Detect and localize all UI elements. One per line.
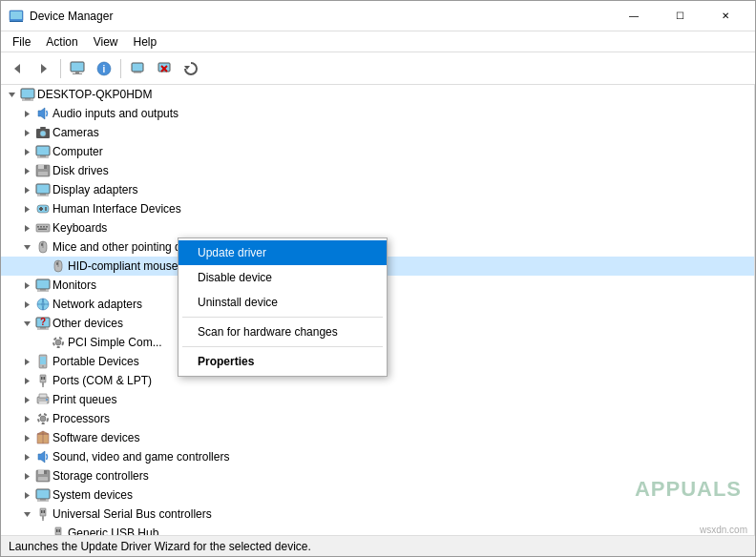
svg-rect-60: [36, 279, 50, 289]
tree-item-icon: [35, 278, 51, 293]
tree-toggle[interactable]: [20, 278, 33, 292]
menu-help[interactable]: Help: [126, 33, 165, 51]
svg-rect-104: [40, 499, 46, 501]
forward-button[interactable]: [32, 56, 56, 81]
menu-view[interactable]: View: [86, 33, 126, 51]
tree-item-icon: [35, 373, 51, 388]
svg-rect-12: [158, 63, 170, 72]
tree-toggle[interactable]: [20, 317, 33, 330]
menu-file[interactable]: File: [5, 33, 38, 51]
tree-toggle[interactable]: [20, 202, 33, 216]
tree-item-label: HID-compliant mouse: [68, 257, 178, 276]
tree-item[interactable]: Human Interface Devices: [1, 199, 754, 218]
context-menu-separator: [182, 317, 383, 318]
tree-item-label: Universal Serial Bus controllers: [52, 505, 212, 524]
tree-toggle[interactable]: [20, 374, 33, 387]
context-menu-item[interactable]: Disable device: [178, 265, 387, 290]
tree-item-icon: [35, 144, 51, 159]
tree-item[interactable]: DESKTOP-QKP0HDM: [1, 85, 754, 104]
tree-toggle[interactable]: [20, 221, 33, 235]
svg-marker-83: [25, 397, 30, 403]
tree-item[interactable]: Computer: [1, 142, 754, 161]
svg-marker-39: [25, 206, 30, 213]
svg-rect-80: [44, 377, 46, 380]
svg-rect-48: [40, 226, 42, 228]
tree-item[interactable]: Universal Serial Bus controllers: [1, 505, 754, 524]
svg-rect-5: [71, 62, 84, 72]
tree-toggle[interactable]: [20, 145, 33, 158]
svg-rect-49: [43, 226, 45, 228]
tree-toggle[interactable]: [20, 107, 33, 120]
menu-bar: File Action View Help: [1, 31, 755, 52]
tree-item-label: Network adapters: [52, 295, 142, 314]
svg-rect-46: [36, 224, 50, 232]
tree-toggle[interactable]: [20, 183, 33, 196]
context-menu-item[interactable]: Uninstall device: [178, 290, 387, 315]
info-button[interactable]: i: [92, 56, 116, 81]
tree-item[interactable]: Sound, video and game controllers: [1, 447, 754, 466]
tree-item[interactable]: Keyboards: [1, 218, 754, 237]
uninstall-button[interactable]: [152, 56, 177, 81]
context-menu-item[interactable]: Update driver: [178, 240, 387, 265]
svg-marker-21: [38, 108, 45, 119]
tree-item-icon: [35, 506, 51, 522]
svg-rect-61: [40, 289, 46, 291]
tree-item[interactable]: Disk drives: [1, 161, 754, 180]
svg-rect-85: [39, 394, 47, 398]
tree-toggle[interactable]: [20, 469, 33, 483]
svg-rect-68: [40, 327, 46, 329]
close-button[interactable]: ✕: [704, 1, 747, 31]
minimize-button[interactable]: —: [612, 1, 656, 31]
computer-icon-btn[interactable]: [65, 56, 90, 81]
tree-toggle[interactable]: [20, 298, 33, 311]
svg-rect-37: [40, 194, 46, 196]
refresh-button[interactable]: [178, 56, 203, 81]
scan-button[interactable]: [125, 56, 150, 81]
tree-toggle[interactable]: [20, 450, 33, 464]
tree-toggle[interactable]: [20, 431, 33, 444]
svg-rect-62: [37, 291, 49, 292]
tree-toggle[interactable]: [20, 126, 33, 139]
tree-toggle[interactable]: [20, 507, 33, 521]
device-manager-window: Device Manager — ☐ ✕ File Action View He…: [0, 0, 756, 557]
svg-rect-105: [37, 501, 49, 502]
tree-item[interactable]: Processors: [1, 409, 754, 428]
tree-toggle[interactable]: [20, 355, 33, 368]
svg-rect-47: [37, 226, 39, 228]
tree-item[interactable]: Audio inputs and outputs: [1, 104, 754, 123]
svg-rect-51: [38, 229, 47, 231]
context-menu-item[interactable]: Scan for hardware changes: [178, 320, 387, 344]
tree-toggle[interactable]: [5, 88, 18, 101]
tree-item-icon: [35, 449, 51, 464]
tree-toggle[interactable]: [20, 412, 33, 425]
svg-marker-35: [25, 187, 30, 194]
tree-toggle[interactable]: [20, 164, 33, 177]
tree-item[interactable]: Storage controllers: [1, 466, 754, 485]
tree-toggle[interactable]: [20, 240, 33, 254]
svg-rect-75: [40, 357, 46, 364]
maximize-button[interactable]: ☐: [658, 1, 702, 31]
svg-rect-109: [44, 510, 46, 513]
tree-toggle[interactable]: [20, 488, 33, 502]
svg-point-71: [55, 340, 61, 345]
tree-item[interactable]: Display adapters: [1, 180, 754, 199]
svg-rect-114: [59, 529, 61, 532]
menu-action[interactable]: Action: [38, 33, 85, 51]
tree-item-label: Disk drives: [52, 161, 109, 180]
tree-item-label: DESKTOP-QKP0HDM: [37, 85, 152, 104]
tree-item[interactable]: Print queues: [1, 390, 754, 409]
tree-toggle[interactable]: [20, 393, 33, 406]
tree-item[interactable]: System devices: [1, 485, 754, 505]
tree-item-icon: [35, 487, 51, 503]
svg-marker-63: [25, 301, 30, 308]
svg-point-43: [45, 207, 47, 209]
context-menu-item[interactable]: Properties: [178, 349, 387, 374]
tree-item-label: Sound, video and game controllers: [52, 447, 229, 466]
tree-item[interactable]: Generic USB Hub: [1, 524, 754, 535]
svg-rect-34: [38, 172, 48, 175]
back-button[interactable]: [5, 56, 30, 81]
tree-item[interactable]: Cameras: [1, 123, 754, 142]
svg-marker-52: [24, 245, 31, 250]
svg-rect-50: [46, 226, 48, 228]
tree-item[interactable]: Software devices: [1, 428, 754, 447]
